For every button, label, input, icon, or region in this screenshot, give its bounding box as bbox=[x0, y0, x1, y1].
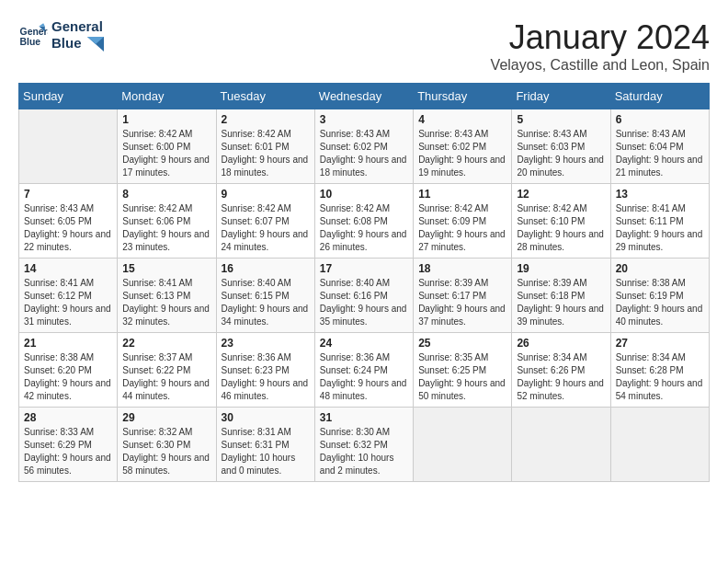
day-number: 27 bbox=[616, 337, 704, 350]
svg-text:Blue: Blue bbox=[20, 37, 41, 47]
day-detail: Sunrise: 8:34 AM Sunset: 6:28 PM Dayligh… bbox=[616, 351, 704, 403]
calendar-cell: 15Sunrise: 8:41 AM Sunset: 6:13 PM Dayli… bbox=[118, 259, 216, 333]
day-detail: Sunrise: 8:30 AM Sunset: 6:32 PM Dayligh… bbox=[320, 426, 408, 477]
calendar-cell: 31Sunrise: 8:30 AM Sunset: 6:32 PM Dayli… bbox=[314, 408, 413, 482]
calendar-cell: 19Sunrise: 8:39 AM Sunset: 6:18 PM Dayli… bbox=[512, 259, 610, 333]
day-detail: Sunrise: 8:36 AM Sunset: 6:23 PM Dayligh… bbox=[222, 351, 310, 403]
header-saturday: Saturday bbox=[610, 84, 709, 109]
day-number: 23 bbox=[222, 337, 310, 350]
day-detail: Sunrise: 8:35 AM Sunset: 6:25 PM Dayligh… bbox=[418, 351, 506, 403]
calendar-cell: 6Sunrise: 8:43 AM Sunset: 6:04 PM Daylig… bbox=[610, 109, 709, 184]
day-detail: Sunrise: 8:38 AM Sunset: 6:20 PM Dayligh… bbox=[24, 351, 112, 403]
day-detail: Sunrise: 8:42 AM Sunset: 6:00 PM Dayligh… bbox=[122, 128, 210, 179]
day-number: 30 bbox=[222, 411, 310, 424]
calendar-cell: 16Sunrise: 8:40 AM Sunset: 6:15 PM Dayli… bbox=[216, 259, 314, 333]
day-detail: Sunrise: 8:42 AM Sunset: 6:01 PM Dayligh… bbox=[222, 128, 310, 179]
logo-icon: General Blue bbox=[18, 20, 48, 50]
day-number: 1 bbox=[122, 113, 210, 126]
calendar-cell: 10Sunrise: 8:42 AM Sunset: 6:08 PM Dayli… bbox=[314, 184, 413, 259]
calendar-header-row: SundayMondayTuesdayWednesdayThursdayFrid… bbox=[19, 84, 710, 109]
day-number: 31 bbox=[320, 411, 408, 424]
day-number: 13 bbox=[616, 188, 704, 201]
day-detail: Sunrise: 8:41 AM Sunset: 6:12 PM Dayligh… bbox=[24, 277, 112, 328]
header-tuesday: Tuesday bbox=[216, 84, 314, 109]
day-detail: Sunrise: 8:42 AM Sunset: 6:06 PM Dayligh… bbox=[122, 202, 210, 254]
calendar-cell: 9Sunrise: 8:42 AM Sunset: 6:07 PM Daylig… bbox=[216, 184, 314, 259]
calendar-cell: 13Sunrise: 8:41 AM Sunset: 6:11 PM Dayli… bbox=[610, 184, 709, 259]
calendar-cell: 11Sunrise: 8:42 AM Sunset: 6:09 PM Dayli… bbox=[414, 184, 512, 259]
day-detail: Sunrise: 8:42 AM Sunset: 6:09 PM Dayligh… bbox=[418, 202, 506, 254]
calendar-cell: 2Sunrise: 8:42 AM Sunset: 6:01 PM Daylig… bbox=[216, 109, 314, 184]
day-detail: Sunrise: 8:42 AM Sunset: 6:10 PM Dayligh… bbox=[517, 202, 605, 254]
calendar-cell: 14Sunrise: 8:41 AM Sunset: 6:12 PM Dayli… bbox=[19, 259, 118, 333]
calendar-cell: 1Sunrise: 8:42 AM Sunset: 6:00 PM Daylig… bbox=[118, 109, 216, 184]
day-number: 16 bbox=[222, 262, 310, 275]
calendar-cell bbox=[610, 408, 709, 482]
calendar-cell: 5Sunrise: 8:43 AM Sunset: 6:03 PM Daylig… bbox=[512, 109, 610, 184]
logo-blue: Blue bbox=[51, 35, 104, 52]
calendar-week-5: 28Sunrise: 8:33 AM Sunset: 6:29 PM Dayli… bbox=[19, 408, 710, 482]
calendar-cell bbox=[414, 408, 512, 482]
calendar-cell: 12Sunrise: 8:42 AM Sunset: 6:10 PM Dayli… bbox=[512, 184, 610, 259]
header: General Blue General Blue General Blue J… bbox=[18, 18, 710, 74]
day-number: 3 bbox=[320, 113, 408, 126]
calendar-cell: 3Sunrise: 8:43 AM Sunset: 6:02 PM Daylig… bbox=[314, 109, 413, 184]
day-number: 11 bbox=[418, 188, 506, 201]
day-number: 12 bbox=[517, 188, 605, 201]
day-number: 28 bbox=[24, 411, 112, 424]
day-detail: Sunrise: 8:38 AM Sunset: 6:19 PM Dayligh… bbox=[616, 277, 704, 328]
calendar-cell bbox=[19, 109, 118, 184]
day-detail: Sunrise: 8:34 AM Sunset: 6:26 PM Dayligh… bbox=[517, 351, 605, 403]
calendar-cell: 30Sunrise: 8:31 AM Sunset: 6:31 PM Dayli… bbox=[216, 408, 314, 482]
calendar-cell: 17Sunrise: 8:40 AM Sunset: 6:16 PM Dayli… bbox=[314, 259, 413, 333]
calendar-cell: 18Sunrise: 8:39 AM Sunset: 6:17 PM Dayli… bbox=[414, 259, 512, 333]
calendar-cell: 7Sunrise: 8:43 AM Sunset: 6:05 PM Daylig… bbox=[19, 184, 118, 259]
day-number: 9 bbox=[222, 188, 310, 201]
calendar-cell: 28Sunrise: 8:33 AM Sunset: 6:29 PM Dayli… bbox=[19, 408, 118, 482]
calendar-week-2: 7Sunrise: 8:43 AM Sunset: 6:05 PM Daylig… bbox=[19, 184, 710, 259]
day-detail: Sunrise: 8:36 AM Sunset: 6:24 PM Dayligh… bbox=[320, 351, 408, 403]
day-number: 6 bbox=[616, 113, 704, 126]
day-detail: Sunrise: 8:42 AM Sunset: 6:08 PM Dayligh… bbox=[320, 202, 408, 254]
header-friday: Friday bbox=[512, 84, 610, 109]
day-detail: Sunrise: 8:43 AM Sunset: 6:04 PM Dayligh… bbox=[616, 128, 704, 179]
day-detail: Sunrise: 8:41 AM Sunset: 6:13 PM Dayligh… bbox=[122, 277, 210, 328]
day-number: 4 bbox=[418, 113, 506, 126]
day-detail: Sunrise: 8:32 AM Sunset: 6:30 PM Dayligh… bbox=[122, 426, 210, 477]
title-block: January 2024 Velayos, Castille and Leon,… bbox=[491, 18, 710, 74]
day-detail: Sunrise: 8:42 AM Sunset: 6:07 PM Dayligh… bbox=[222, 202, 310, 254]
calendar-cell: 25Sunrise: 8:35 AM Sunset: 6:25 PM Dayli… bbox=[414, 333, 512, 408]
day-number: 18 bbox=[418, 262, 506, 275]
header-monday: Monday bbox=[118, 84, 216, 109]
calendar-week-3: 14Sunrise: 8:41 AM Sunset: 6:12 PM Dayli… bbox=[19, 259, 710, 333]
day-number: 2 bbox=[222, 113, 310, 126]
day-detail: Sunrise: 8:43 AM Sunset: 6:02 PM Dayligh… bbox=[320, 128, 408, 179]
day-number: 15 bbox=[122, 262, 210, 275]
logo-arrow-icon bbox=[87, 37, 104, 52]
day-number: 5 bbox=[517, 113, 605, 126]
day-number: 14 bbox=[24, 262, 112, 275]
calendar-cell: 24Sunrise: 8:36 AM Sunset: 6:24 PM Dayli… bbox=[314, 333, 413, 408]
calendar-week-4: 21Sunrise: 8:38 AM Sunset: 6:20 PM Dayli… bbox=[19, 333, 710, 408]
calendar-cell: 23Sunrise: 8:36 AM Sunset: 6:23 PM Dayli… bbox=[216, 333, 314, 408]
day-detail: Sunrise: 8:43 AM Sunset: 6:02 PM Dayligh… bbox=[418, 128, 506, 179]
calendar-cell: 4Sunrise: 8:43 AM Sunset: 6:02 PM Daylig… bbox=[414, 109, 512, 184]
day-detail: Sunrise: 8:37 AM Sunset: 6:22 PM Dayligh… bbox=[122, 351, 210, 403]
day-detail: Sunrise: 8:40 AM Sunset: 6:15 PM Dayligh… bbox=[222, 277, 310, 328]
day-number: 24 bbox=[320, 337, 408, 350]
day-detail: Sunrise: 8:41 AM Sunset: 6:11 PM Dayligh… bbox=[616, 202, 704, 254]
day-number: 26 bbox=[517, 337, 605, 350]
day-detail: Sunrise: 8:43 AM Sunset: 6:03 PM Dayligh… bbox=[517, 128, 605, 179]
calendar-cell: 21Sunrise: 8:38 AM Sunset: 6:20 PM Dayli… bbox=[19, 333, 118, 408]
day-number: 8 bbox=[122, 188, 210, 201]
day-number: 19 bbox=[517, 262, 605, 275]
day-detail: Sunrise: 8:31 AM Sunset: 6:31 PM Dayligh… bbox=[222, 426, 310, 477]
day-number: 21 bbox=[24, 337, 112, 350]
logo-general: General bbox=[51, 18, 104, 35]
day-detail: Sunrise: 8:33 AM Sunset: 6:29 PM Dayligh… bbox=[24, 426, 112, 477]
header-thursday: Thursday bbox=[414, 84, 512, 109]
day-detail: Sunrise: 8:43 AM Sunset: 6:05 PM Dayligh… bbox=[24, 202, 112, 254]
day-detail: Sunrise: 8:39 AM Sunset: 6:18 PM Dayligh… bbox=[517, 277, 605, 328]
day-number: 10 bbox=[320, 188, 408, 201]
day-number: 20 bbox=[616, 262, 704, 275]
